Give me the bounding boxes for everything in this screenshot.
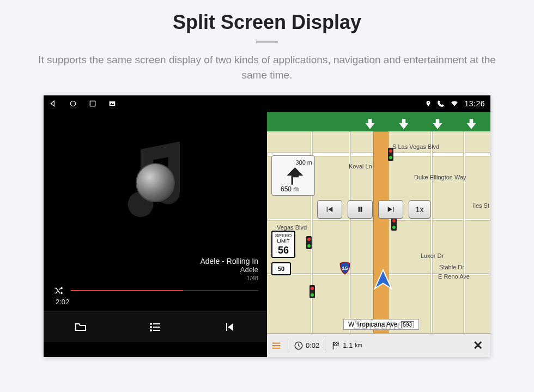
- street-label: Luxor Dr: [421, 252, 444, 259]
- playlist-icon[interactable]: [147, 321, 163, 334]
- progress-bar[interactable]: [71, 290, 258, 291]
- prev-track-icon[interactable]: [222, 321, 238, 334]
- svg-rect-35: [334, 344, 335, 345]
- play-button[interactable]: [136, 163, 175, 202]
- svg-rect-31: [334, 342, 335, 343]
- speed-limit-sign: SPEED LIMIT 56: [271, 231, 295, 258]
- svg-rect-17: [327, 207, 327, 212]
- nav-lane-header: [267, 112, 490, 131]
- lane-arrow-icon: [363, 117, 377, 131]
- nav-footer: 0:02 1.1 km ✕: [267, 333, 490, 357]
- svg-marker-24: [375, 270, 392, 288]
- map[interactable]: S Las Vegas Blvd Duke Ellington Way Kova…: [267, 131, 490, 333]
- lane-arrow-icon: [430, 117, 445, 131]
- svg-rect-3: [110, 101, 116, 106]
- svg-point-10: [150, 330, 151, 331]
- svg-marker-15: [433, 119, 442, 129]
- svg-point-8: [150, 323, 151, 324]
- svg-rect-19: [359, 207, 360, 212]
- turn-dist-next: 300 m: [295, 159, 312, 166]
- position-arrow-icon: [371, 268, 396, 293]
- folder-icon[interactable]: [72, 321, 89, 334]
- traffic-light-icon: [391, 218, 397, 231]
- flag-clock-icon: [294, 341, 304, 351]
- svg-rect-22: [393, 207, 393, 212]
- recents-icon[interactable]: [88, 99, 97, 108]
- svg-marker-0: [51, 101, 54, 106]
- location-icon: [425, 100, 432, 107]
- close-button[interactable]: ✕: [469, 337, 487, 354]
- turn-dist-main: 650 m: [281, 185, 299, 193]
- home-icon[interactable]: [69, 99, 77, 108]
- traffic-light-icon: [388, 148, 393, 161]
- street-label: Duke Ellington Way: [414, 174, 466, 180]
- svg-rect-32: [336, 342, 337, 343]
- street-label: iles St: [473, 202, 489, 209]
- street-label: Stable Dr: [439, 264, 464, 270]
- street-label: Koval Ln: [349, 163, 372, 170]
- svg-point-9: [150, 327, 151, 328]
- page-subtitle: It supports the same screen display of t…: [33, 52, 501, 82]
- current-street-label: W Tropicana Ave 593: [343, 319, 419, 330]
- turn-left-icon: [282, 165, 304, 186]
- street-label: Vegas Blvd: [277, 224, 307, 231]
- svg-marker-21: [388, 207, 392, 212]
- svg-marker-13: [365, 119, 374, 129]
- street-label: S Las Vegas Blvd: [392, 143, 439, 150]
- dest-flag-icon: [331, 341, 341, 351]
- phone-icon: [437, 100, 445, 107]
- status-bar: 13:26: [44, 95, 490, 112]
- svg-rect-2: [90, 101, 95, 106]
- status-time: 13:26: [464, 99, 485, 108]
- lane-arrow-icon: [464, 117, 478, 131]
- album-art: [44, 112, 267, 254]
- nav-pane: S Las Vegas Blvd Duke Ellington Way Kova…: [267, 112, 490, 357]
- svg-rect-12: [226, 323, 227, 331]
- back-icon[interactable]: [49, 99, 58, 108]
- street-label: E Reno Ave: [438, 273, 470, 280]
- svg-rect-36: [336, 344, 337, 345]
- svg-point-1: [70, 101, 75, 106]
- svg-marker-18: [328, 207, 332, 212]
- traffic-light-icon: [306, 236, 312, 249]
- nav-pause-button[interactable]: [348, 200, 373, 219]
- track-artist: Adele: [52, 266, 258, 274]
- svg-rect-33: [335, 343, 336, 344]
- traffic-light-icon: [310, 285, 315, 298]
- svg-marker-14: [399, 119, 408, 129]
- svg-marker-16: [466, 119, 476, 129]
- device-screenshot: 13:26 Adele - Rolling In Adele 1/48: [44, 95, 490, 357]
- page-title: Split Screen Display: [173, 11, 361, 34]
- interstate-shield-icon: 15: [338, 261, 352, 275]
- screenshot-icon[interactable]: [108, 99, 117, 108]
- track-title: Adele - Rolling In: [52, 257, 258, 266]
- svg-marker-11: [228, 323, 233, 331]
- turn-instruction: 300 m 650 m: [271, 155, 315, 196]
- track-count: 1/48: [52, 275, 258, 281]
- svg-rect-20: [361, 207, 362, 212]
- nav-prev-button[interactable]: [317, 200, 342, 219]
- time-elapsed: 2:02: [52, 298, 258, 306]
- lane-arrow-icon: [397, 117, 411, 131]
- distance-display: 1.1 km: [331, 341, 362, 351]
- nav-speed-button[interactable]: 1x: [409, 200, 430, 219]
- menu-icon[interactable]: [270, 340, 282, 352]
- wifi-icon: [450, 100, 459, 107]
- eta-display: 0:02: [294, 341, 319, 351]
- shuffle-icon[interactable]: [52, 286, 64, 295]
- nav-next-button[interactable]: [378, 200, 403, 219]
- svg-rect-34: [337, 343, 338, 344]
- title-underline: [256, 41, 278, 43]
- route-sign: 50: [271, 262, 291, 275]
- svg-text:15: 15: [342, 265, 348, 271]
- music-pane: Adele - Rolling In Adele 1/48 2:02: [44, 112, 267, 357]
